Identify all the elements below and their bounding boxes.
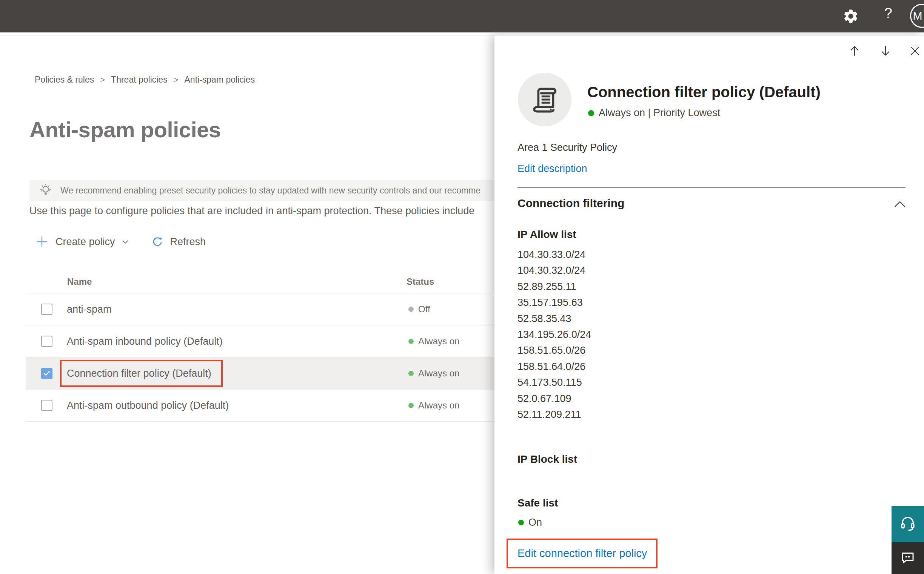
edit-connection-filter-policy-link[interactable]: Edit connection filter policy [517, 547, 647, 560]
section-title-connection-filtering: Connection filtering [517, 197, 624, 210]
status-text: Always on [418, 336, 459, 347]
row-status: Always on [408, 336, 459, 347]
row-checkbox[interactable] [41, 304, 52, 315]
breadcrumb-separator: > [100, 75, 105, 85]
row-status: Off [408, 304, 430, 315]
next-item-arrow-down-icon[interactable] [879, 44, 892, 58]
row-name-cell: Anti-spam outbound policy (Default) [67, 399, 408, 412]
safe-list-status-text: On [528, 517, 542, 528]
refresh-label: Refresh [170, 236, 206, 248]
policy-name[interactable]: anti-spam [67, 303, 112, 315]
row-name-cell: Anti-spam inbound policy (Default) [67, 335, 408, 347]
close-icon[interactable] [908, 44, 922, 58]
plus-icon [35, 235, 49, 249]
toolbar: Create policy Refresh [35, 232, 211, 251]
ip-entry: 52.11.209.211 [517, 407, 591, 423]
feedback-button[interactable] [892, 542, 924, 574]
ip-allow-list: 104.30.33.0/24104.30.32.0/2452.89.255.11… [517, 247, 591, 423]
policy-details-panel: Connection filter policy (Default) Alway… [494, 35, 924, 574]
page-title: Anti-spam policies [29, 117, 221, 142]
row-name-annotation-box: Connection filter policy (Default) [67, 360, 408, 387]
column-header-name[interactable]: Name [67, 276, 407, 287]
edit-description-link[interactable]: Edit description [517, 163, 587, 175]
panel-divider [517, 187, 905, 188]
policy-name[interactable]: Anti-spam outbound policy (Default) [67, 399, 229, 412]
status-text: Always on [418, 368, 459, 378]
status-text: Off [418, 304, 430, 315]
policy-name[interactable]: Anti-spam inbound policy (Default) [67, 335, 223, 347]
banner-text: We recommend enabling preset security po… [60, 186, 481, 196]
breadcrumb-anti-spam-policies[interactable]: Anti-spam policies [185, 75, 255, 85]
previous-item-arrow-up-icon[interactable] [848, 44, 861, 58]
edit-link-annotation-box: Edit connection filter policy [506, 539, 658, 568]
panel-description: Area 1 Security Policy [517, 142, 617, 153]
lightbulb-icon [38, 183, 53, 199]
policy-scroll-icon [518, 73, 571, 126]
panel-title: Connection filter policy (Default) [587, 83, 904, 101]
chevron-down-icon [120, 237, 130, 247]
headset-icon [899, 515, 916, 533]
row-status: Always on [408, 368, 459, 378]
status-text: Always on [418, 400, 459, 411]
breadcrumb-separator: > [174, 75, 179, 85]
ip-entry: 54.173.50.115 [517, 374, 591, 390]
column-header-status[interactable]: Status [407, 276, 434, 287]
settings-gear-icon[interactable] [842, 8, 859, 25]
refresh-button[interactable]: Refresh [151, 236, 211, 248]
ip-entry: 104.30.32.0/24 [517, 262, 591, 278]
safe-list-status: On [518, 517, 542, 528]
help-icon[interactable]: ? [884, 5, 892, 22]
avatar[interactable]: M [910, 4, 924, 28]
collapse-chevron-up-icon[interactable] [894, 199, 906, 210]
ip-entry: 35.157.195.63 [517, 295, 591, 311]
ip-entry: 52.58.35.43 [517, 311, 591, 326]
ip-allow-list-title: IP Allow list [517, 229, 576, 241]
row-checkbox[interactable] [41, 400, 52, 411]
create-policy-label: Create policy [55, 236, 115, 248]
topbar: ? M [0, 0, 924, 32]
status-dot [518, 520, 524, 525]
breadcrumb-policies-rules[interactable]: Policies & rules [35, 75, 94, 85]
safe-list-title: Safe list [517, 497, 558, 509]
row-checkbox[interactable] [41, 368, 52, 379]
breadcrumb: Policies & rules > Threat policies > Ant… [35, 75, 255, 85]
status-dot [408, 307, 414, 312]
ip-entry: 52.89.255.11 [517, 279, 591, 295]
breadcrumb-threat-policies[interactable]: Threat policies [111, 75, 168, 85]
create-policy-button[interactable]: Create policy [35, 235, 130, 249]
ip-entry: 134.195.26.0/24 [517, 326, 591, 342]
row-status: Always on [408, 400, 459, 411]
policy-name[interactable]: Connection filter policy (Default) [60, 360, 223, 387]
status-dot [588, 110, 594, 116]
refresh-icon [151, 236, 163, 248]
status-dot [408, 339, 414, 344]
row-checkbox[interactable] [41, 336, 52, 347]
row-name-cell: anti-spam [67, 303, 408, 315]
support-button[interactable] [892, 506, 924, 542]
ip-entry: 104.30.33.0/24 [517, 247, 591, 262]
status-dot [408, 371, 414, 376]
feedback-chat-icon [900, 550, 916, 567]
ip-entry: 158.51.65.0/26 [517, 342, 591, 358]
status-dot [408, 403, 414, 408]
panel-status-text: Always on | Priority Lowest [599, 107, 720, 119]
ip-entry: 52.0.67.109 [517, 391, 591, 407]
panel-status-line: Always on | Priority Lowest [588, 107, 720, 119]
ip-entry: 158.51.64.0/26 [517, 359, 591, 374]
ip-block-list-title: IP Block list [517, 453, 577, 465]
